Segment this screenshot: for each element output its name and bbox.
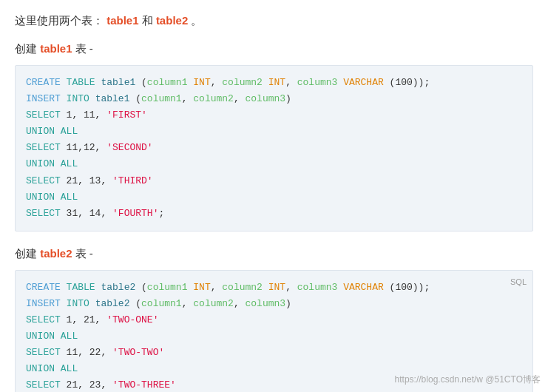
intro-text-middle: 和 (142, 14, 156, 27)
code-line-1-8: UNION ALL (26, 189, 522, 206)
code-line-1-7: SELECT 21, 13, 'THIRD' (26, 173, 522, 189)
code-line-1-6: UNION ALL (26, 156, 522, 172)
section2-table-name: table2 (40, 247, 72, 260)
intro-text-before: 这里使用两个表： (15, 14, 104, 27)
section2-heading-after: 表 - (72, 247, 93, 260)
intro-paragraph: 这里使用两个表： table1 和 table2 。 (15, 12, 533, 30)
code-line-1-2: INSERT INTO table1 (column1, column2, co… (26, 91, 522, 107)
code-line-2-2: INSERT INTO table2 (column1, column2, co… (26, 296, 522, 312)
code-line-1-4: UNION ALL (26, 124, 522, 140)
code-line-1-5: SELECT 11,12, 'SECOND' (26, 140, 522, 156)
section1-table-name: table1 (40, 42, 72, 55)
code-line-2-5: SELECT 11, 22, 'TWO-TWO' (26, 345, 522, 361)
code-line-1-3: SELECT 1, 11, 'FIRST' (26, 107, 522, 124)
intro-text-after: 。 (191, 14, 202, 27)
intro-table1: table1 (106, 14, 138, 27)
section2-heading-before: 创建 (15, 247, 40, 260)
watermark: https://blog.csdn.net/w @51CTO博客 (395, 374, 541, 386)
section1-heading-after: 表 - (72, 42, 93, 55)
sql-badge: SQL (510, 275, 527, 289)
watermark-url: https://blog.csdn.net/w (395, 374, 483, 385)
intro-table2: table2 (156, 14, 188, 27)
code-line-2-4: UNION ALL (26, 328, 522, 345)
section2-heading: 创建 table2 表 - (15, 245, 533, 263)
code-block-1: CREATE TABLE table1 (column1 INT, column… (15, 65, 533, 232)
watermark-badge: @51CTO博客 (485, 374, 541, 385)
code-line-1-9: SELECT 31, 14, 'FOURTH'; (26, 206, 522, 222)
section1-heading: 创建 table1 表 - (15, 40, 533, 58)
code-line-1-1: CREATE TABLE table1 (column1 INT, column… (26, 75, 522, 91)
section1-heading-before: 创建 (15, 42, 40, 55)
code-line-2-3: SELECT 1, 21, 'TWO-ONE' (26, 312, 522, 328)
code-line-2-1: CREATE TABLE table2 (column1 INT, column… (26, 280, 522, 296)
